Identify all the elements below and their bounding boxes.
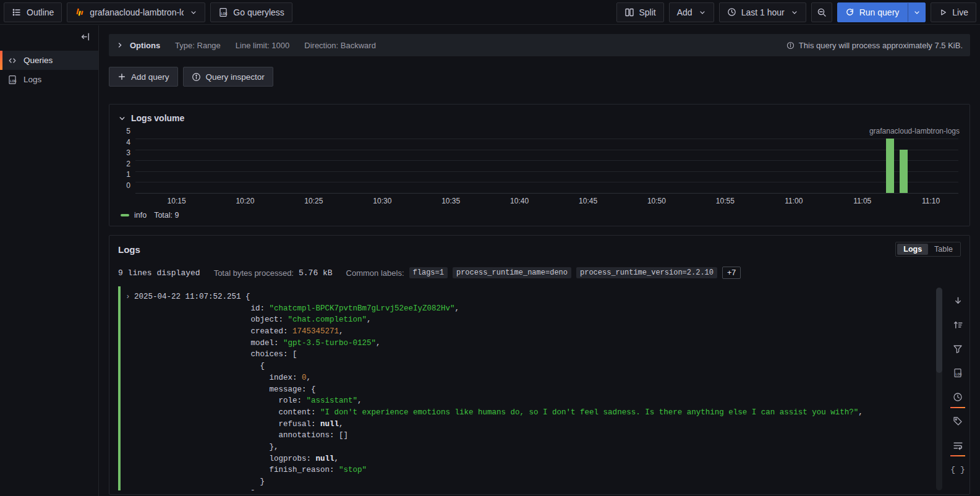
info-circle-icon — [786, 41, 795, 49]
filter-icon[interactable] — [948, 340, 967, 358]
x-axis-tick: 10:35 — [441, 197, 460, 205]
log-line[interactable]: id: "chatcmpl-BPCK7pvtnBm7gLrvj52eeIyZ08… — [126, 303, 932, 315]
json-braces-icon[interactable]: { } — [948, 460, 967, 479]
sidebar-item-queries[interactable]: Queries — [0, 51, 98, 70]
svg-text:LOG: LOG — [11, 79, 17, 82]
tags-icon[interactable] — [948, 412, 967, 430]
x-axis-tick: 10:50 — [647, 197, 666, 205]
logs-scrollbar[interactable] — [936, 288, 942, 490]
volume-bar[interactable] — [900, 150, 908, 193]
toggle-logs[interactable]: Logs — [897, 244, 928, 255]
log-line[interactable]: object: "chat.completion", — [126, 314, 932, 326]
zoom-out-button[interactable] — [811, 2, 832, 22]
log-entry[interactable]: ›2025-04-22 11:07:52.251 {id: "chatcmpl-… — [118, 286, 932, 490]
log-line[interactable]: content: "I don't experience emotions li… — [126, 407, 932, 419]
log-line[interactable]: annotations: [] — [126, 430, 932, 442]
run-query-dropdown[interactable] — [908, 3, 925, 22]
live-button[interactable]: Live — [931, 2, 976, 22]
y-axis-tick: 5 — [118, 127, 130, 135]
common-label-chip: process_runtime_name=deno — [453, 267, 571, 278]
live-label: Live — [952, 7, 968, 17]
y-axis-tick: 3 — [118, 148, 130, 157]
log-line[interactable]: choices: [ — [126, 349, 932, 361]
query-options-bar[interactable]: Options Type: Range Line limit: 1000 Dir… — [109, 34, 970, 56]
wrap-lines-icon[interactable] — [948, 436, 967, 455]
outline-label: Outline — [27, 7, 54, 17]
logs-volume-title: Logs volume — [131, 113, 184, 123]
log-line[interactable]: ›2025-04-22 11:07:52.251 { — [126, 291, 932, 303]
datasource-picker[interactable]: grafanacloud-lambtron-logs — [67, 2, 205, 22]
y-axis-tick: 1 — [118, 170, 130, 179]
legend-swatch — [121, 214, 129, 216]
x-axis-tick: 11:05 — [853, 197, 871, 205]
options-line-limit: Line limit: 1000 — [236, 41, 289, 50]
log-line[interactable]: ], — [126, 488, 932, 490]
code-brackets-icon — [7, 56, 17, 66]
show-time-icon[interactable] — [948, 388, 967, 406]
sort-order-icon[interactable] — [948, 315, 967, 334]
datasource-name: grafanacloud-lambtron-logs — [90, 7, 184, 17]
log-details-icon[interactable]: LOG — [948, 364, 967, 382]
go-queryless-label: Go queryless — [233, 7, 284, 17]
log-line[interactable]: role: "assistant", — [126, 395, 932, 407]
x-axis-tick: 10:40 — [510, 197, 529, 205]
split-button[interactable]: Split — [616, 2, 664, 22]
play-icon — [939, 8, 947, 17]
x-axis-tick: 11:00 — [785, 197, 803, 205]
explore-sidebar: Queries LOG Logs — [0, 25, 99, 496]
run-query-button[interactable]: Run query — [837, 2, 926, 22]
query-inspector-button[interactable]: Query inspector — [183, 67, 273, 87]
lines-displayed: 9 lines displayed — [118, 268, 200, 278]
logs-volume-chart[interactable]: 012345 — [135, 139, 958, 194]
gridline — [135, 182, 958, 182]
volume-bar[interactable] — [886, 139, 894, 193]
log-line[interactable]: created: 1745345271, — [126, 326, 932, 338]
add-dropdown-button[interactable]: Add — [669, 2, 714, 22]
x-axis-tick: 10:45 — [579, 197, 597, 205]
toggle-table[interactable]: Table — [928, 244, 959, 255]
outline-button[interactable]: Outline — [4, 2, 62, 22]
time-range-picker[interactable]: Last 1 hour — [719, 2, 806, 22]
svg-text:LOG: LOG — [221, 12, 228, 15]
collapse-logs-volume-button[interactable] — [118, 114, 126, 122]
split-label: Split — [639, 7, 656, 17]
x-axis-tick: 10:25 — [304, 197, 323, 205]
chevron-down-icon — [699, 9, 706, 16]
logs-panel: Logs Logs Table 9 lines displayed Total … — [109, 235, 970, 495]
scrollbar-thumb[interactable] — [936, 288, 942, 373]
query-inspector-label: Query inspector — [206, 72, 265, 82]
go-queryless-button[interactable]: LOG Go queryless — [210, 2, 292, 22]
log-line[interactable]: finish_reason: "stop" — [126, 464, 932, 476]
logs-title: Logs — [118, 244, 140, 255]
time-range-label: Last 1 hour — [741, 7, 785, 17]
sidebar-item-logs[interactable]: LOG Logs — [0, 70, 98, 89]
total-bytes-value: 5.76 kB — [299, 268, 333, 278]
chevron-right-icon — [116, 41, 124, 49]
explore-pane: Options Type: Range Line limit: 1000 Dir… — [99, 25, 980, 496]
sidebar-item-label: Queries — [23, 56, 53, 65]
log-line[interactable]: message: { — [126, 384, 932, 396]
svg-text:LOG: LOG — [956, 373, 962, 376]
series-label: grafanacloud-lambtron-logs — [118, 127, 961, 138]
x-axis-tick: 10:20 — [236, 197, 254, 205]
log-line[interactable]: { — [126, 361, 932, 372]
loki-logo-icon — [75, 7, 85, 17]
collapse-sidebar-button[interactable] — [80, 32, 91, 42]
log-line[interactable]: refusal: null, — [126, 419, 932, 430]
common-label-chip: process_runtime_version=2.2.10 — [576, 267, 717, 278]
add-query-button[interactable]: Add query — [109, 67, 178, 87]
log-line[interactable]: logprobs: null, — [126, 453, 932, 465]
scroll-to-bottom-icon[interactable] — [948, 291, 967, 310]
split-columns-icon — [624, 7, 634, 17]
chevron-down-icon — [190, 9, 197, 16]
logs-table-toggle: Logs Table — [895, 242, 961, 257]
options-type: Type: Range — [175, 41, 221, 50]
log-line[interactable]: } — [126, 476, 932, 488]
log-line[interactable]: }, — [126, 442, 932, 453]
more-labels-button[interactable]: +7 — [722, 267, 741, 279]
add-query-label: Add query — [131, 72, 169, 82]
log-line[interactable]: index: 0, — [126, 372, 932, 384]
expand-log-chevron-icon[interactable]: › — [126, 291, 134, 303]
log-line[interactable]: model: "gpt-3.5-turbo-0125", — [126, 338, 932, 349]
legend-series-label[interactable]: info — [134, 211, 147, 220]
